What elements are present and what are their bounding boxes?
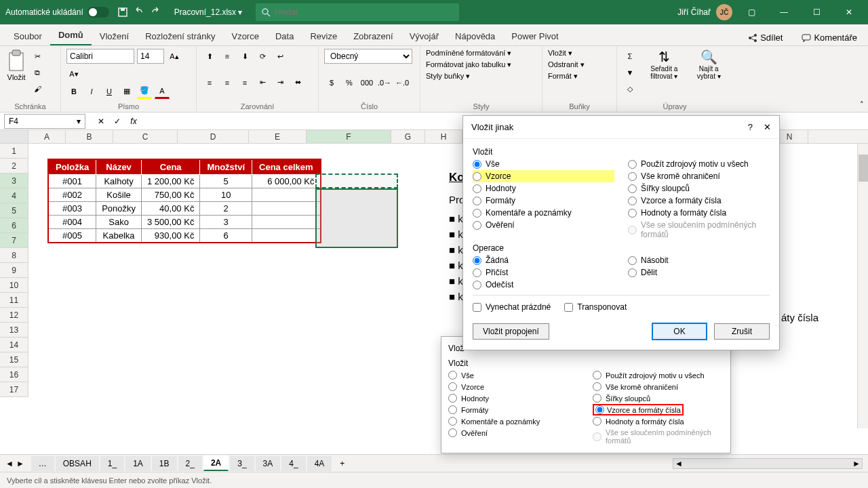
format-cells-button[interactable]: Formát ▾ bbox=[548, 72, 611, 81]
radio-comments[interactable] bbox=[473, 209, 481, 218]
sheet-tab[interactable]: OBSAH bbox=[56, 456, 99, 471]
format-painter-icon[interactable]: 🖌 bbox=[30, 81, 45, 96]
radio-col-widths[interactable] bbox=[628, 184, 637, 193]
sheet-tab[interactable]: 3A bbox=[256, 456, 281, 471]
help-icon[interactable]: ? bbox=[748, 122, 753, 132]
row-header[interactable]: 6 bbox=[0, 218, 28, 233]
col-header[interactable]: E bbox=[249, 130, 307, 143]
close-icon[interactable]: ✕ bbox=[764, 122, 771, 132]
share-button[interactable]: Sdílet bbox=[743, 30, 788, 45]
row-header[interactable]: 8 bbox=[0, 248, 28, 263]
align-center-icon[interactable]: ≡ bbox=[220, 75, 235, 90]
wrap-text-icon[interactable]: ↩ bbox=[273, 49, 288, 64]
underline-button[interactable]: U bbox=[102, 84, 117, 99]
increase-font-icon[interactable]: A▴ bbox=[167, 49, 182, 64]
format-table-button[interactable]: Formátovat jako tabulku ▾ bbox=[426, 60, 536, 69]
copy-icon[interactable]: ⧉ bbox=[30, 65, 45, 80]
increase-decimal-icon[interactable]: .0→ bbox=[377, 75, 392, 90]
row-header[interactable]: 3 bbox=[0, 174, 28, 188]
fill-color-icon[interactable]: 🪣 bbox=[137, 84, 152, 99]
tab-home[interactable]: Domů bbox=[50, 26, 92, 45]
align-right-icon[interactable]: ≡ bbox=[237, 75, 252, 90]
radio-no-borders[interactable] bbox=[628, 172, 637, 181]
percent-icon[interactable]: % bbox=[342, 75, 357, 90]
enter-formula-icon[interactable]: ✓ bbox=[110, 114, 125, 129]
merge-icon[interactable]: ⬌ bbox=[290, 75, 305, 90]
fx-icon[interactable]: fx bbox=[126, 114, 141, 129]
row-header[interactable]: 10 bbox=[0, 278, 28, 293]
borders-icon[interactable]: ▦ bbox=[119, 84, 134, 99]
decrease-indent-icon[interactable]: ⇤ bbox=[255, 75, 270, 90]
increase-indent-icon[interactable]: ⇥ bbox=[273, 75, 288, 90]
check-transpose[interactable] bbox=[564, 303, 573, 312]
undo-icon[interactable] bbox=[134, 7, 144, 18]
select-all-corner[interactable] bbox=[0, 130, 28, 143]
radio-multiply[interactable] bbox=[628, 256, 637, 265]
tab-file[interactable]: Soubor bbox=[5, 27, 50, 45]
search-box[interactable] bbox=[256, 3, 459, 21]
cancel-button[interactable]: Zrušit bbox=[714, 323, 770, 340]
redo-icon[interactable] bbox=[150, 7, 161, 18]
vertical-scrollbar[interactable] bbox=[857, 144, 868, 428]
tab-data[interactable]: Data bbox=[267, 27, 302, 45]
add-sheet-button[interactable]: + bbox=[333, 457, 351, 470]
delete-cells-button[interactable]: Odstranit ▾ bbox=[548, 60, 611, 69]
row-header[interactable]: 13 bbox=[0, 323, 28, 338]
tab-view[interactable]: Zobrazení bbox=[345, 27, 401, 45]
close-icon[interactable]: ✕ bbox=[835, 2, 863, 22]
save-icon[interactable] bbox=[117, 7, 128, 18]
cell-styles-button[interactable]: Styly buňky ▾ bbox=[426, 72, 536, 81]
radio-validation[interactable] bbox=[473, 221, 481, 230]
cond-format-button[interactable]: Podmíněné formátování ▾ bbox=[426, 49, 536, 58]
radio-values[interactable] bbox=[473, 184, 481, 193]
radio-subtract[interactable] bbox=[473, 281, 481, 289]
row-header[interactable]: 4 bbox=[0, 188, 28, 203]
row-header[interactable]: 5 bbox=[0, 203, 28, 218]
minimize-icon[interactable]: — bbox=[770, 2, 797, 22]
bold-button[interactable]: B bbox=[66, 84, 81, 99]
radio-all[interactable] bbox=[473, 160, 481, 169]
col-header[interactable]: F bbox=[307, 130, 391, 143]
align-left-icon[interactable]: ≡ bbox=[202, 75, 217, 90]
cancel-formula-icon[interactable]: ✕ bbox=[94, 114, 108, 129]
check-skip-blanks[interactable] bbox=[473, 303, 481, 312]
align-top-icon[interactable]: ⬆ bbox=[202, 49, 217, 64]
paste-link-button[interactable]: Vložit propojení bbox=[473, 323, 549, 340]
sheet-tab[interactable]: 2A bbox=[203, 455, 229, 471]
search-input[interactable] bbox=[275, 7, 454, 17]
row-header[interactable]: 12 bbox=[0, 308, 28, 323]
sheet-tab[interactable]: 1B bbox=[152, 456, 177, 471]
scroll-right-icon[interactable]: ► bbox=[851, 459, 862, 468]
filename-label[interactable]: Pracovní_12.xlsx ▾ bbox=[174, 7, 243, 17]
tab-developer[interactable]: Vývojář bbox=[401, 27, 447, 45]
row-header[interactable]: 17 bbox=[0, 382, 28, 397]
sort-filter-button[interactable]: ⇅Seřadit a filtrovat ▾ bbox=[642, 49, 686, 80]
radio-formulas[interactable] bbox=[473, 172, 481, 181]
radio-none[interactable] bbox=[473, 256, 481, 265]
row-header[interactable]: 1 bbox=[0, 144, 28, 159]
autosum-icon[interactable]: Σ bbox=[623, 49, 637, 64]
col-header[interactable]: D bbox=[178, 130, 249, 143]
sheet-prev-icon[interactable]: ◄ bbox=[5, 459, 14, 468]
sheet-tab[interactable]: 4_ bbox=[281, 456, 305, 471]
italic-button[interactable]: I bbox=[84, 84, 99, 99]
font-name-input[interactable] bbox=[66, 49, 134, 64]
name-box[interactable]: F4▾ bbox=[4, 114, 85, 129]
row-header[interactable]: 7 bbox=[0, 233, 28, 248]
font-size-input[interactable] bbox=[137, 49, 164, 64]
scroll-left-icon[interactable]: ◄ bbox=[673, 459, 684, 468]
clear-icon[interactable]: ◇ bbox=[623, 81, 637, 96]
cut-icon[interactable]: ✂ bbox=[30, 49, 45, 64]
accounting-icon[interactable]: $ bbox=[324, 75, 339, 90]
align-bottom-icon[interactable]: ⬇ bbox=[237, 49, 252, 64]
radio-source-theme[interactable] bbox=[628, 160, 637, 169]
col-header[interactable]: C bbox=[113, 130, 178, 143]
decrease-font-icon[interactable]: A▾ bbox=[66, 66, 81, 81]
decrease-decimal-icon[interactable]: ←.0 bbox=[395, 75, 410, 90]
radio-divide[interactable] bbox=[628, 268, 637, 277]
sheet-tab[interactable]: 2_ bbox=[178, 456, 202, 471]
radio-formulas-num[interactable] bbox=[628, 197, 637, 205]
number-format-select[interactable]: Obecný bbox=[324, 49, 412, 64]
sheet-tab[interactable]: 4A bbox=[307, 456, 332, 471]
radio-add[interactable] bbox=[473, 268, 481, 277]
